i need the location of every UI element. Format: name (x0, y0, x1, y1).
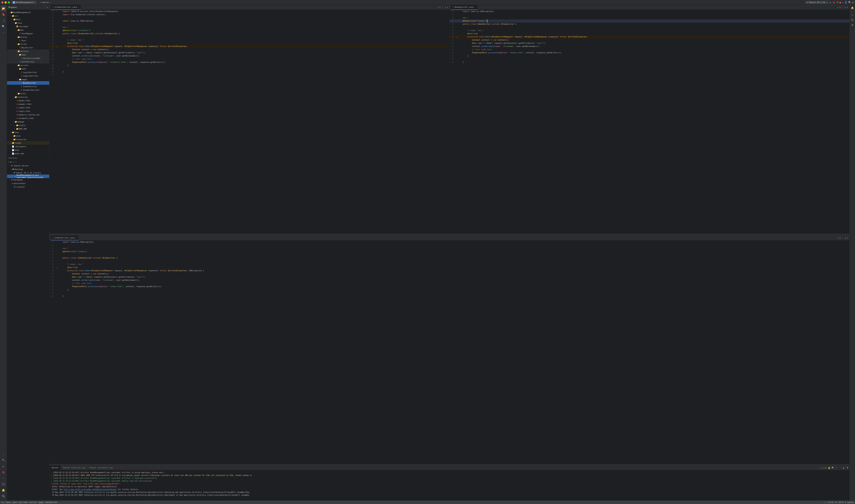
clear-icon[interactable]: 🗑 (825, 467, 827, 469)
sidebar-icon-services[interactable]: ⚡ (1, 475, 6, 481)
tree-item-resources[interactable]: ▾ 📁 resources (7, 95, 49, 99)
log-tab-catalina[interactable]: Tomcat Catalina Log (61, 465, 87, 470)
tree-item-target[interactable]: ▸ 📁 target (7, 141, 49, 145)
tree-item-test[interactable]: ▾ 📁 test (7, 131, 49, 134)
notifications-icon[interactable]: 🔔 (850, 6, 854, 10)
tree-item-index-html[interactable]: ▸ <> index.html (7, 106, 49, 109)
tree-item-src[interactable]: ▾ 📁 src (7, 14, 49, 18)
debug-icon[interactable]: 🐞 (832, 1, 835, 4)
tab-index-servlet[interactable]: C IndexServlet.java × (51, 235, 78, 240)
tree-item-user[interactable]: ▸ C User (7, 39, 49, 42)
editor-scrollbar-left[interactable] (49, 233, 449, 235)
tree-item-mainfilter[interactable]: ▸ C MainFilter (7, 46, 49, 49)
branch-selector[interactable]: ⎇ master ▾ (38, 1, 52, 4)
tree-item-java-test[interactable]: ▸ 📁 java (7, 134, 49, 138)
log-tab-localhost[interactable]: Tomcat Localhost Log (87, 465, 115, 470)
tree-item-servlet[interactable]: ▾ 📁 servlet (7, 64, 49, 67)
sidebar-icon-build[interactable]: 🔨 (1, 457, 6, 463)
scroll-down-icon[interactable]: ▼ (447, 6, 448, 8)
tree-item-impl[interactable]: ▾ 📁 impl (7, 53, 49, 56)
service-running[interactable]: ▾ Running (7, 167, 49, 171)
pane-menu-icon[interactable]: ⋮ (842, 237, 844, 239)
sidebar-icon-terminal[interactable]: ⬛ (1, 481, 6, 487)
tree-item-loginservlet[interactable]: ▸ C LoginServlet (7, 71, 49, 74)
service-toolbar-icon5[interactable]: + (16, 161, 17, 163)
log-scroll-up[interactable]: ▲ (838, 467, 844, 469)
tree-item-entity[interactable]: ▾ 📁 entity (7, 35, 49, 39)
scroll-lock-icon[interactable]: 🔒 (828, 467, 831, 469)
search-icon[interactable]: 🔍 (848, 1, 851, 4)
editor-content-bottom[interactable]: 11 import java.io.IOException; 12 13 new… (49, 240, 849, 464)
log-scroll-down[interactable]: ▼ (845, 467, 848, 469)
tab-close-icon[interactable]: × (78, 6, 79, 8)
tree-item-mybatis-config[interactable]: ▸ X mybatis-config.xml (7, 113, 49, 116)
fullscreen-button[interactable] (8, 1, 10, 3)
profile-icon[interactable]: ⏱ (836, 1, 839, 4)
tab-book-servlet[interactable]: C BookServlet.java × (451, 5, 478, 10)
tree-item-java[interactable]: ▾ 📁 java (7, 21, 49, 25)
tree-item-indexservlet[interactable]: ▸ C IndexServlet (7, 85, 49, 88)
project-dropdown-icon[interactable]: ▾ (34, 2, 35, 3)
line-col[interactable]: 14:22 (828, 501, 834, 503)
gear-icon[interactable]: ⚙ (47, 6, 48, 8)
tree-item-login-html[interactable]: ▸ <> login.html (7, 109, 49, 113)
tree-item-students-html[interactable]: ▸ <> students.html (7, 116, 49, 120)
tree-item-usermapper[interactable]: ▸ C UserMapper (7, 32, 49, 35)
tree-item-auth[interactable]: ▾ 📁 auth (7, 67, 49, 71)
sidebar-icon-more[interactable]: ⋯ (1, 30, 6, 35)
service-database[interactable]: ▾ 🗄 Database (7, 178, 49, 182)
scroll-down-icon[interactable]: ▼ (847, 6, 848, 8)
tree-item-mvnw[interactable]: ▸ 📄 mvnw (7, 148, 49, 152)
user-icon[interactable]: 👤 (844, 1, 847, 4)
settings-icon[interactable]: ⚙ (852, 1, 854, 4)
tree-item-web-inf[interactable]: ▸ 📁 WEB-INF (7, 127, 49, 131)
service-toolbar-icon4[interactable]: ⚙ (14, 161, 15, 163)
editor-scrollbar-bottom[interactable] (49, 464, 849, 465)
sidebar-icon-find[interactable]: 🔍 (1, 24, 6, 29)
sidebar-icon-project[interactable]: 📁 (1, 6, 6, 11)
stop-icon[interactable]: ■ (840, 1, 841, 4)
sidebar-icon-vcs[interactable]: ⎇ (1, 18, 6, 23)
tree-item-webapp[interactable]: ▾ 📁 webapp (7, 120, 49, 124)
editor-content-left[interactable]: 11 import jakarta.servlet.http.HttpServl… (49, 10, 449, 233)
editor-scrollbar-right[interactable] (449, 233, 850, 235)
tree-item-header-html[interactable]: ▸ <> header.html (7, 102, 49, 106)
settings-right-icon[interactable]: ⚙ (850, 13, 854, 17)
tree-item-utils[interactable]: ▸ 📁 utils (7, 92, 49, 95)
tree-item-dao[interactable]: ▾ 📁 dao (7, 28, 49, 32)
tree-item-service[interactable]: ▾ 📁 service (7, 49, 49, 53)
tree-item-filter[interactable]: ▾ 📁 filter (7, 42, 49, 46)
more-icon[interactable]: ⋯ (842, 1, 843, 4)
run-config-selector[interactable]: ▶ Tomcat 10.1.23 ▾ (805, 1, 829, 4)
tree-item-bm2[interactable]: ▾ 📁 BookManagement2 (7, 11, 49, 14)
scroll-up-icon[interactable]: ▲ (845, 237, 846, 239)
close-button[interactable] (1, 1, 3, 3)
pane-menu-icon[interactable]: ⋮ (442, 6, 444, 8)
sidebar-icon-debug[interactable]: 🐞 (1, 469, 6, 475)
tree-item-main[interactable]: ▾ 📁 main (7, 18, 49, 21)
pane-menu-icon[interactable]: ⋮ (842, 6, 844, 8)
scroll-up-icon[interactable]: ▲ (445, 6, 446, 8)
service-toolbar-icon[interactable]: ▶ (8, 161, 10, 163)
sidebar-icon-bookmarks[interactable]: 🔖 (1, 12, 6, 17)
scroll-down-icon[interactable]: ▼ (847, 237, 848, 239)
line-ending[interactable]: LF (835, 501, 837, 503)
service-console[interactable]: ▸ ⬛ console (7, 185, 49, 188)
tree-item-userserviceimpl[interactable]: ▸ C UserServiceImpl (7, 56, 49, 60)
plugins-right-icon[interactable]: 🔌 (850, 18, 854, 22)
editor-content-right[interactable]: 12 import java.io.IOException; 13 14 new… (449, 10, 850, 233)
tree-item-com-book[interactable]: ▾ 📦 com.book (7, 25, 49, 28)
tree-item-gitignore[interactable]: ▸ 📄 .gitignore (7, 145, 49, 148)
tree-item-bookservlet[interactable]: ▸ C BookServlet (7, 81, 49, 85)
tree-item-studentservlet[interactable]: ▸ C StudentServlet (7, 88, 49, 92)
indent[interactable]: 4 spaces (845, 501, 854, 503)
service-localhost[interactable]: ▾ @ @localhost (7, 182, 49, 185)
sidebar-icon-notifications[interactable]: 🔔 (1, 487, 6, 493)
sidebar-icon-plugins[interactable]: 🔌 (1, 493, 6, 499)
pause-icon[interactable]: ⏸ (821, 467, 824, 469)
window-controls[interactable] (1, 1, 10, 3)
tree-item-static[interactable]: ▸ 📁 static (7, 124, 49, 127)
warnings-count[interactable]: ⚠ 1 (823, 501, 826, 503)
tree-item-userservice[interactable]: ▸ I UserService (7, 60, 49, 64)
tree-item-resources-test[interactable]: ▸ 📁 resources (7, 138, 49, 141)
